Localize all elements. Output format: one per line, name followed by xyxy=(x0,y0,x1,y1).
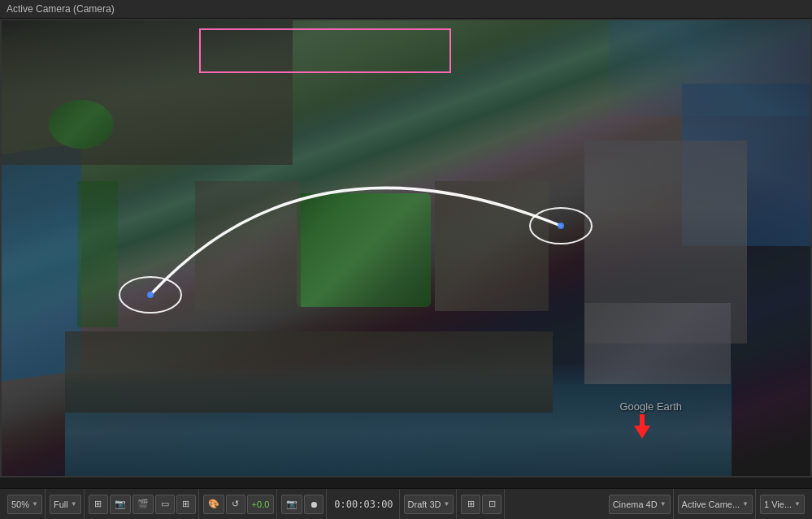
toolbar: 50% ▼ Full ▼ ⊞ 📷 🎬 ▭ ⊞ 🎨 ↺ xyxy=(0,488,812,519)
photo-icon: 📷 xyxy=(286,499,297,509)
grid-icon: ⊞ xyxy=(182,499,189,509)
view-dropdown[interactable]: 1 Vie... ▼ xyxy=(760,495,805,514)
display-mode-dropdown[interactable]: Full ▼ xyxy=(50,495,81,514)
title-label: Active Camera (Camera) xyxy=(7,3,115,15)
refresh-btn[interactable]: ↺ xyxy=(226,495,245,514)
render-mode-group: Draft 3D ▼ xyxy=(402,489,458,519)
safe-frames-icon: ▭ xyxy=(161,499,169,509)
timecode-display: 0:00:03:00 xyxy=(331,497,396,512)
display-mode-group: Full ▼ xyxy=(47,489,85,519)
motion-path-overlay xyxy=(0,19,812,478)
render-mode-dropdown[interactable]: Draft 3D ▼ xyxy=(404,495,454,514)
zoom-dropdown[interactable]: 50% ▼ xyxy=(7,495,42,514)
photo-group: 📷 ⏺ xyxy=(279,489,327,519)
view-label: 1 Vie... xyxy=(764,500,792,509)
view-group: 1 Vie... ▼ xyxy=(758,489,807,519)
hud-icon: ⊡ xyxy=(489,499,496,509)
camera-frame xyxy=(199,28,451,73)
renderer-dropdown-arrow: ▼ xyxy=(660,500,667,508)
add-zero-btn[interactable]: +0.0 xyxy=(247,495,275,514)
grid-btn[interactable]: ⊞ xyxy=(176,495,196,514)
active-camera-dropdown-arrow: ▼ xyxy=(742,500,749,508)
zoom-group: 50% ▼ xyxy=(5,489,46,519)
icon-buttons-group: ⊞ 📷 🎬 ▭ ⊞ xyxy=(86,489,199,519)
camera-icon: 📷 xyxy=(115,499,126,509)
color-btn[interactable]: 🎨 xyxy=(203,495,224,514)
layout-icon-btn[interactable]: ⊞ xyxy=(89,495,108,514)
timecode-group: 0:00:03:00 xyxy=(328,489,399,519)
active-camera-group: Active Came... ▼ xyxy=(675,489,756,519)
start-point xyxy=(147,292,154,298)
red-arrow-container xyxy=(634,414,650,439)
layout-icon: ⊞ xyxy=(94,499,102,509)
add-zero-label: +0.0 xyxy=(252,500,270,509)
grid-display-icon: ⊞ xyxy=(467,499,475,509)
display-dropdown-arrow: ▼ xyxy=(71,500,77,508)
photo-btn[interactable]: 📷 xyxy=(281,495,302,514)
render-mode-label: Draft 3D xyxy=(408,500,441,509)
record-btn[interactable]: ⏺ xyxy=(304,495,323,514)
zoom-value: 50% xyxy=(11,500,29,509)
camera-icon-btn[interactable]: 📷 xyxy=(110,495,131,514)
active-camera-dropdown[interactable]: Active Came... ▼ xyxy=(678,495,753,514)
color-icon: 🎨 xyxy=(208,499,219,509)
display-mode-label: Full xyxy=(54,500,68,509)
scene-icon: 🎬 xyxy=(137,499,149,509)
renderer-dropdown[interactable]: Cinema 4D ▼ xyxy=(609,495,671,514)
red-arrow-icon xyxy=(634,426,650,439)
record-icon: ⏺ xyxy=(310,500,319,509)
renderer-group: Cinema 4D ▼ xyxy=(606,489,674,519)
config-group: 🎨 ↺ +0.0 xyxy=(201,489,278,519)
render-mode-dropdown-arrow: ▼ xyxy=(444,500,450,508)
zoom-dropdown-arrow: ▼ xyxy=(32,500,38,508)
scene-icon-btn[interactable]: 🎬 xyxy=(132,495,154,514)
hud-btn[interactable]: ⊡ xyxy=(482,495,502,514)
grid-icons-group: ⊞ ⊡ xyxy=(458,489,505,519)
renderer-label: Cinema 4D xyxy=(613,500,658,509)
title-bar: Active Camera (Camera) xyxy=(0,0,812,19)
motion-path xyxy=(150,188,561,295)
red-arrow-shaft xyxy=(640,414,645,426)
refresh-icon: ↺ xyxy=(232,499,239,509)
viewport: Google Earth xyxy=(0,19,812,478)
active-camera-label: Active Came... xyxy=(682,500,740,509)
grid-display-btn[interactable]: ⊞ xyxy=(461,495,480,514)
view-dropdown-arrow: ▼ xyxy=(794,500,801,508)
safe-frames-btn[interactable]: ▭ xyxy=(155,495,175,514)
end-point xyxy=(558,223,564,229)
